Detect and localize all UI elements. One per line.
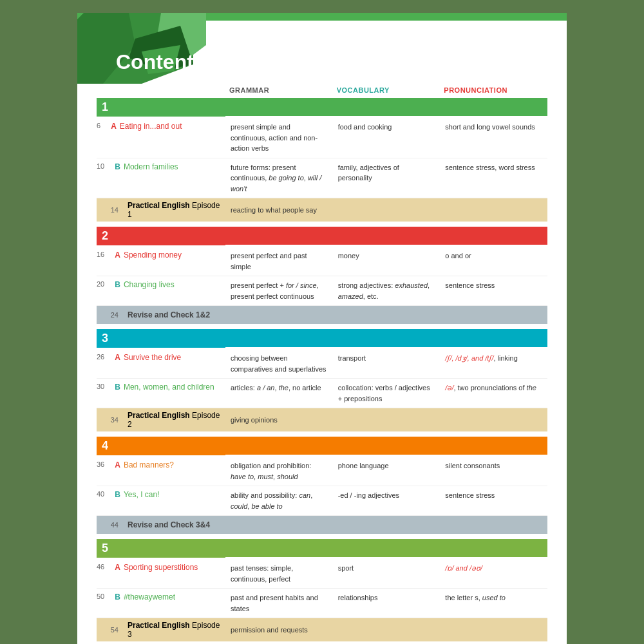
lesson-title: #thewaywemet [124, 592, 175, 601]
lesson-title: Eating in...and out [120, 122, 182, 131]
vocab-content: food and cooking [333, 118, 440, 137]
revise-label: Revise and Check 1&2 [122, 308, 225, 322]
vocab-content: collocation: verbs / adjectives + prepos… [333, 379, 440, 408]
practical-label: Practical English Episode 2 [122, 408, 225, 431]
pronunciation-header: PRONUNCIATION [440, 84, 547, 97]
unit-5-header: 5 [97, 539, 547, 558]
pronun-content: short and long vowel sounds [440, 118, 547, 137]
practical-page: 34 [97, 416, 122, 424]
lesson-info: A Spending money [109, 247, 187, 263]
unit-3-number: 3 [97, 329, 225, 348]
lesson-info: A Bad manners? [109, 457, 179, 473]
grammar-content: present perfect + for / since, present p… [225, 276, 333, 305]
lesson-title: Men, women, and children [124, 383, 214, 392]
page-num: 6 [97, 118, 106, 133]
lesson-letter-b: B [115, 490, 120, 499]
lesson-letter-a: A [115, 460, 120, 469]
lesson-info: B Changing lives [109, 276, 179, 293]
unit-3-pronun-bar [440, 329, 547, 347]
pronun-content: sentence stress, word stress [440, 158, 547, 177]
table-row: 40 B Yes, I can! ability and possibility… [97, 486, 547, 516]
pronun-content: sentence stress [440, 276, 547, 295]
lesson-letter-b: B [115, 383, 120, 392]
lesson-letter-a: A [115, 563, 120, 572]
vocab-content: -ed / -ing adjectives [333, 486, 440, 505]
vocab-content: phone language [333, 457, 440, 475]
page-num: 50 [97, 589, 109, 604]
lesson-title: Modern families [124, 162, 178, 171]
unit-5-pronun-bar [440, 539, 547, 557]
pronun-content: the letter s, used to [440, 589, 547, 607]
unit-3-vocab-bar [333, 329, 440, 347]
lesson-title: Changing lives [124, 280, 175, 289]
pronun-content: /ɒ/ and /əʊ/ [440, 559, 547, 578]
unit-4-pronun-bar [440, 437, 547, 455]
unit-2-number: 2 [97, 227, 225, 245]
pronun-content: /ʃ/, /dʒ/, and /tʃ/, linking [440, 349, 547, 368]
grammar-content: obligation and prohibition: have to, mus… [225, 457, 333, 486]
unit-1-header: 1 [97, 98, 547, 117]
table-row: 10 B Modern families future forms: prese… [97, 158, 547, 199]
vocab-content: money [333, 247, 440, 265]
pronun-content: sentence stress [440, 486, 547, 505]
lesson-info: A Survive the drive [109, 349, 186, 366]
lesson-letter-a: A [111, 122, 117, 131]
lesson-title: Survive the drive [124, 353, 181, 362]
grammar-content: past and present habits and states [225, 589, 333, 618]
unit-3-header: 3 [97, 329, 547, 348]
unit-4-vocab-bar [333, 437, 440, 455]
vocab-content: sport [333, 559, 440, 578]
practical-label: Practical English Episode 1 [122, 198, 225, 222]
unit-2: 2 16 A Spending money present perfect an… [97, 227, 547, 324]
unit-1-grammar-bar [225, 98, 333, 116]
unit-2-pronun-bar [440, 227, 547, 245]
table-row: 46 A Sporting superstitions past tenses:… [97, 559, 547, 589]
unit-2-grammar-bar [225, 227, 333, 245]
practical-row: 54 Practical English Episode 3 permissio… [97, 618, 547, 641]
table-row: 30 B Men, women, and children articles: … [97, 379, 547, 408]
unit-4-number: 4 [97, 437, 225, 455]
grammar-content: articles: a / an, the, no article [225, 379, 333, 397]
revise-row: 24 Revise and Check 1&2 [97, 306, 547, 324]
unit-5: 5 46 A Sporting superstitions past tense… [97, 539, 547, 641]
lesson-title: Sporting superstitions [124, 563, 198, 572]
lesson-letter-b: B [115, 592, 120, 601]
unit-5-grammar-bar [225, 539, 333, 557]
lesson-info: A Sporting superstitions [109, 559, 203, 576]
grammar-content: choosing between comparatives and superl… [225, 349, 333, 378]
lesson-title: Spending money [124, 251, 182, 260]
page-num: 36 [97, 457, 109, 472]
unit-1-pronun-bar [440, 98, 547, 116]
table-row: 20 B Changing lives present perfect + fo… [97, 276, 547, 306]
practical-page: 54 [97, 626, 122, 634]
pronun-content: /ə/, two pronunciations of the [440, 379, 547, 397]
unit-2-vocab-bar [333, 227, 440, 245]
page: Contents GRAMMAR VOCABULARY PRONUNCIATIO… [77, 13, 567, 644]
table-row: 6 A Eating in...and out present simple a… [97, 118, 547, 158]
grammar-content: past tenses: simple, continuous, perfect [225, 559, 333, 588]
practical-label: Practical English Episode 3 [122, 618, 225, 641]
lesson-info: B Yes, I can! [109, 486, 164, 503]
lesson-title: Bad manners? [124, 460, 174, 469]
vocab-content: strong adjectives: exhausted, amazed, et… [333, 276, 440, 305]
lesson-letter-b: B [115, 162, 120, 171]
grammar-content: present simple and continuous, action an… [225, 118, 333, 158]
unit-4: 4 36 A Bad manners? obligation and prohi… [97, 437, 547, 534]
page-num: 16 [97, 247, 109, 262]
revise-page: 44 [97, 521, 122, 529]
vocab-content: transport [333, 349, 440, 368]
unit-4-grammar-bar [225, 437, 333, 455]
table-container: GRAMMAR VOCABULARY PRONUNCIATION 1 6 A E… [77, 84, 567, 644]
lesson-title: Yes, I can! [124, 490, 160, 499]
practical-description: permission and requests [225, 623, 547, 636]
lesson-letter-b: B [115, 280, 120, 289]
lesson-info: A Eating in...and out [106, 118, 187, 135]
page-header: Contents [77, 13, 567, 84]
revise-row: 44 Revise and Check 3&4 [97, 516, 547, 534]
revise-page: 24 [97, 311, 122, 319]
grammar-content: ability and possibility: can, could, be … [225, 486, 333, 515]
table-row: 36 A Bad manners? obligation and prohibi… [97, 457, 547, 486]
page-title: Contents [116, 50, 205, 74]
lesson-letter-a: A [115, 251, 120, 260]
lesson-info: B #thewaywemet [109, 589, 180, 605]
